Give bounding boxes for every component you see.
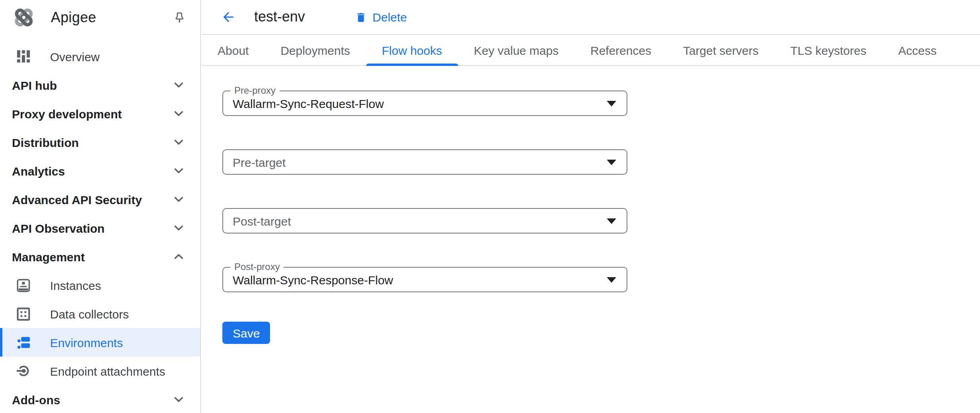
data-collectors-icon xyxy=(17,307,30,321)
pre-target-placeholder: Pre-target xyxy=(233,155,286,169)
sidebar-item-overview[interactable]: Overview xyxy=(0,42,200,71)
tab-label: Deployments xyxy=(280,43,350,57)
sidebar-item-label: API Observation xyxy=(12,221,104,235)
tab-access[interactable]: Access xyxy=(882,35,953,65)
tab-label: Target servers xyxy=(683,43,758,57)
sidebar-item-label: Instances xyxy=(50,278,101,292)
post-proxy-label: Post-proxy xyxy=(230,261,284,273)
page-title: test-env xyxy=(254,9,305,25)
chevron-down-icon xyxy=(174,196,183,203)
pre-proxy-select[interactable]: Pre-proxy Wallarm-Sync-Request-Flow xyxy=(222,91,627,116)
back-button[interactable] xyxy=(221,10,236,25)
sidebar-item-endpoint-attachments[interactable]: Endpoint attachments xyxy=(0,357,200,385)
tab-about[interactable]: About xyxy=(202,35,264,65)
sidebar-item-label: Analytics xyxy=(12,164,65,178)
sidebar-item-label: API hub xyxy=(12,78,57,92)
sidebar-nav: Overview API hub Proxy development Distr… xyxy=(0,35,200,413)
tab-tls-keystores[interactable]: TLS keystores xyxy=(774,35,882,65)
sidebar-item-advanced-api-security[interactable]: Advanced API Security xyxy=(0,185,200,214)
sidebar-header: Apigee xyxy=(0,0,200,35)
trash-icon xyxy=(355,11,367,23)
sidebar-item-add-ons[interactable]: Add-ons xyxy=(0,385,200,413)
pin-sidebar-button[interactable] xyxy=(173,11,186,24)
dropdown-caret-icon xyxy=(607,101,616,106)
delete-button-label: Delete xyxy=(372,10,407,24)
main-panel: test-env Delete About Deployments Flow h… xyxy=(202,0,980,413)
sidebar-item-instances[interactable]: Instances xyxy=(0,271,200,299)
post-target-placeholder: Post-target xyxy=(233,214,291,228)
environments-icon xyxy=(17,335,30,349)
sidebar-item-label: Distribution xyxy=(12,135,79,149)
tab-label: References xyxy=(590,43,651,57)
post-target-select[interactable]: Post-target xyxy=(222,208,627,234)
tab-label: Access xyxy=(898,43,937,57)
apigee-logo-icon xyxy=(12,6,36,29)
sidebar: Apigee Overvie xyxy=(0,0,201,413)
tab-deployments[interactable]: Deployments xyxy=(264,35,366,65)
sidebar-item-api-hub[interactable]: API hub xyxy=(0,71,200,99)
tab-key-value-maps[interactable]: Key value maps xyxy=(458,35,574,65)
dropdown-caret-icon xyxy=(607,160,616,165)
dropdown-caret-icon xyxy=(607,277,616,283)
apigee-console: Apigee Overvie xyxy=(0,0,980,413)
dropdown-caret-icon xyxy=(607,218,616,224)
tab-label: TLS keystores xyxy=(790,43,866,57)
tab-label: Key value maps xyxy=(474,43,558,57)
endpoint-attachments-icon xyxy=(17,364,30,378)
instances-icon xyxy=(17,278,30,292)
sidebar-item-api-observation[interactable]: API Observation xyxy=(0,214,200,242)
sidebar-item-distribution[interactable]: Distribution xyxy=(0,128,200,156)
sidebar-item-label: Management xyxy=(12,250,85,263)
chevron-down-icon xyxy=(174,82,183,88)
sidebar-item-label: Endpoint attachments xyxy=(50,364,165,378)
tab-label: About xyxy=(218,43,249,57)
flow-hooks-form: Pre-proxy Wallarm-Sync-Request-Flow Pre-… xyxy=(202,66,980,344)
save-button[interactable]: Save xyxy=(222,322,270,344)
sidebar-item-label: Proxy development xyxy=(12,107,122,120)
chevron-up-icon xyxy=(174,253,183,260)
back-arrow-icon xyxy=(221,10,236,25)
page-header: test-env Delete xyxy=(202,0,980,35)
delete-button[interactable]: Delete xyxy=(355,10,407,24)
pre-target-select[interactable]: Pre-target xyxy=(222,149,627,175)
sidebar-item-environments[interactable]: Environments xyxy=(0,328,200,357)
sidebar-item-label: Advanced API Security xyxy=(12,193,142,206)
tab-target-servers[interactable]: Target servers xyxy=(667,35,774,65)
pre-proxy-label: Pre-proxy xyxy=(230,85,280,97)
tab-label: Flow hooks xyxy=(382,43,442,57)
sidebar-item-analytics[interactable]: Analytics xyxy=(0,156,200,185)
overview-icon xyxy=(17,49,30,64)
tab-flow-hooks[interactable]: Flow hooks xyxy=(366,35,458,65)
sidebar-item-label: Overview xyxy=(50,50,100,63)
chevron-down-icon xyxy=(174,225,183,231)
post-proxy-select[interactable]: Post-proxy Wallarm-Sync-Response-Flow xyxy=(222,267,627,292)
sidebar-item-data-collectors[interactable]: Data collectors xyxy=(0,299,200,328)
pin-icon xyxy=(173,11,186,24)
sidebar-item-label: Add-ons xyxy=(12,393,60,406)
tab-bar: About Deployments Flow hooks Key value m… xyxy=(202,35,980,66)
sidebar-item-label: Environments xyxy=(50,336,123,349)
chevron-down-icon xyxy=(174,110,183,117)
tab-references[interactable]: References xyxy=(575,35,667,65)
pre-proxy-value: Wallarm-Sync-Request-Flow xyxy=(233,96,384,110)
post-proxy-value: Wallarm-Sync-Response-Flow xyxy=(233,273,393,286)
sidebar-item-management[interactable]: Management xyxy=(0,242,200,271)
chevron-down-icon xyxy=(174,396,183,403)
sidebar-item-proxy-development[interactable]: Proxy development xyxy=(0,99,200,128)
app-name: Apigee xyxy=(51,9,96,26)
chevron-down-icon xyxy=(174,168,183,174)
sidebar-item-label: Data collectors xyxy=(50,307,129,320)
chevron-down-icon xyxy=(174,139,183,145)
